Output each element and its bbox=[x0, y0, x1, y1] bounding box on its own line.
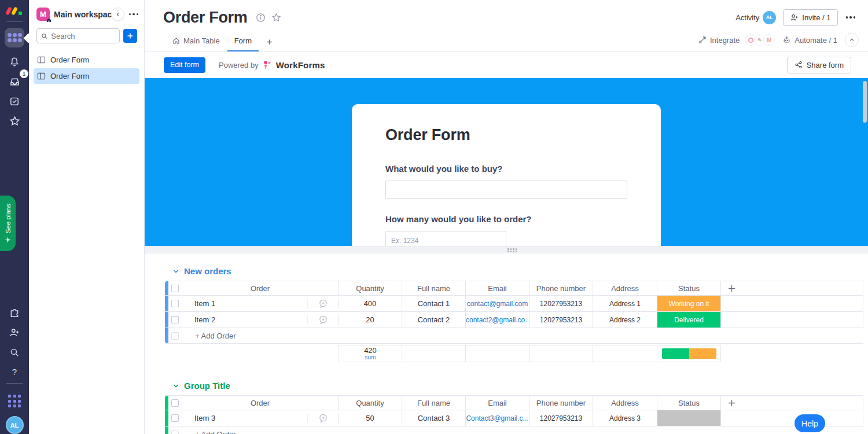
column-header-status[interactable]: Status bbox=[657, 281, 721, 295]
add-column-button[interactable] bbox=[721, 396, 863, 410]
favorites-star-icon[interactable] bbox=[5, 112, 24, 130]
invite-members-icon[interactable] bbox=[5, 324, 24, 341]
apps-marketplace-icon[interactable] bbox=[5, 304, 24, 322]
table-row[interactable]: Item 3 50 Contact 3 Contact3@gmail.c... … bbox=[165, 410, 863, 426]
add-view-button[interactable] bbox=[259, 39, 279, 52]
add-column-button[interactable] bbox=[721, 281, 863, 295]
tab-form[interactable]: Form bbox=[227, 36, 259, 52]
column-header-address[interactable]: Address bbox=[593, 396, 657, 410]
table-row[interactable]: Item 1 400 Contact 1 contact@gmail.com 1… bbox=[165, 296, 863, 312]
help-button[interactable]: Help bbox=[795, 414, 825, 432]
summary-cell bbox=[466, 345, 529, 362]
column-header-quantity[interactable]: Quantity bbox=[339, 281, 402, 295]
column-header-fullname[interactable]: Full name bbox=[402, 281, 466, 295]
share-form-button[interactable]: Share form bbox=[787, 57, 851, 73]
my-work-icon[interactable] bbox=[5, 93, 24, 110]
integration-icon-gmail[interactable]: M bbox=[763, 34, 775, 46]
row-checkbox[interactable] bbox=[171, 300, 179, 307]
group-header-group-title[interactable]: Group Title bbox=[172, 381, 868, 391]
email-link[interactable]: contact2@gmail.co... bbox=[466, 316, 529, 324]
column-header-status[interactable]: Status bbox=[657, 396, 721, 410]
chat-add-icon[interactable] bbox=[308, 299, 339, 308]
activity-avatar[interactable]: AL bbox=[763, 11, 776, 24]
global-search-icon[interactable] bbox=[5, 344, 24, 361]
info-icon[interactable] bbox=[256, 13, 266, 23]
item-name[interactable]: Item 2 bbox=[182, 315, 308, 324]
favorite-star-icon[interactable] bbox=[271, 13, 281, 23]
select-all-checkbox[interactable] bbox=[171, 399, 179, 407]
item-name[interactable]: Item 3 bbox=[182, 414, 308, 422]
left-sidebar: 1 See plans bbox=[0, 0, 29, 434]
add-order-row[interactable]: + Add Order bbox=[165, 328, 863, 344]
automate-button[interactable]: Automate / 1 bbox=[782, 36, 837, 45]
board-item[interactable]: Order Form bbox=[34, 52, 139, 68]
table-row[interactable]: Item 2 20 Contact 2 contact2@gmail.co...… bbox=[165, 312, 863, 328]
column-header-quantity[interactable]: Quantity bbox=[339, 396, 402, 410]
add-order-label[interactable]: + Add Order bbox=[182, 328, 863, 343]
answer-input-what[interactable] bbox=[385, 181, 627, 199]
column-header-order[interactable]: Order bbox=[182, 396, 339, 410]
search-box[interactable] bbox=[36, 28, 120, 43]
group-header-new-orders[interactable]: New orders bbox=[172, 266, 868, 276]
status-cell[interactable]: Working on it bbox=[657, 296, 720, 311]
phone-cell[interactable]: 12027953213 bbox=[529, 312, 593, 328]
address-cell[interactable]: Address 1 bbox=[593, 296, 657, 311]
monday-logo[interactable] bbox=[0, 5, 29, 17]
panel-resize-handle[interactable] bbox=[145, 246, 868, 253]
quantity-cell[interactable]: 50 bbox=[339, 410, 402, 426]
board-item-selected[interactable]: Order Form bbox=[34, 68, 139, 84]
status-cell[interactable] bbox=[657, 410, 720, 426]
tab-main-table[interactable]: Main Table bbox=[165, 36, 227, 52]
workspace-name[interactable]: Main workspace bbox=[54, 10, 116, 19]
address-cell[interactable]: Address 3 bbox=[593, 410, 657, 426]
column-header-email[interactable]: Email bbox=[466, 396, 529, 410]
chat-add-icon[interactable] bbox=[308, 413, 339, 423]
row-checkbox[interactable] bbox=[171, 414, 179, 422]
column-header-phone[interactable]: Phone number bbox=[529, 396, 593, 410]
row-checkbox[interactable] bbox=[171, 316, 179, 323]
invite-button[interactable]: Invite / 1 bbox=[783, 9, 837, 26]
activity-label[interactable]: Activity bbox=[735, 13, 759, 22]
column-header-fullname[interactable]: Full name bbox=[402, 396, 466, 410]
column-header-email[interactable]: Email bbox=[466, 281, 529, 295]
workspace-avatar[interactable]: M bbox=[36, 8, 50, 21]
add-order-label[interactable]: + Add Order bbox=[182, 426, 863, 434]
quantity-cell[interactable]: 20 bbox=[339, 312, 402, 328]
address-cell[interactable]: Address 2 bbox=[593, 312, 657, 328]
apps-grid-icon[interactable] bbox=[5, 392, 24, 410]
form-scrollbar[interactable] bbox=[863, 81, 867, 123]
notifications-bell-icon[interactable] bbox=[5, 53, 24, 71]
email-link[interactable]: contact@gmail.com bbox=[467, 300, 528, 308]
user-avatar[interactable]: AL bbox=[6, 416, 24, 434]
add-item-button[interactable] bbox=[123, 29, 137, 43]
column-header-order[interactable]: Order bbox=[182, 281, 339, 295]
phone-cell[interactable]: 12027953213 bbox=[529, 410, 593, 426]
help-icon[interactable]: ? bbox=[5, 363, 24, 380]
column-header-address[interactable]: Address bbox=[593, 281, 657, 295]
fullname-cell[interactable]: Contact 1 bbox=[402, 296, 466, 311]
select-all-checkbox[interactable] bbox=[171, 285, 179, 292]
quantity-cell[interactable]: 400 bbox=[339, 296, 402, 311]
status-distribution-bar[interactable] bbox=[662, 348, 716, 359]
fullname-cell[interactable]: Contact 2 bbox=[402, 312, 466, 328]
workspace-options-icon[interactable] bbox=[128, 10, 140, 19]
see-plans-button[interactable]: See plans bbox=[0, 196, 16, 251]
phone-cell[interactable]: 12027953213 bbox=[529, 296, 593, 311]
answer-input-quantity[interactable] bbox=[385, 231, 506, 246]
collapse-header-button[interactable] bbox=[845, 33, 859, 47]
product-switcher-icon[interactable] bbox=[5, 28, 24, 47]
collapse-panel-button[interactable] bbox=[111, 8, 124, 21]
sum-label[interactable]: sum bbox=[365, 355, 376, 361]
item-name[interactable]: Item 1 bbox=[182, 299, 308, 308]
integrate-button[interactable]: Integrate bbox=[698, 36, 740, 45]
fullname-cell[interactable]: Contact 3 bbox=[402, 410, 466, 426]
edit-form-button[interactable]: Edit form bbox=[164, 57, 205, 73]
search-input[interactable] bbox=[51, 32, 115, 41]
column-header-phone[interactable]: Phone number bbox=[529, 281, 593, 295]
header-more-icon[interactable] bbox=[845, 13, 857, 22]
inbox-icon[interactable]: 1 bbox=[5, 73, 24, 90]
chat-add-icon[interactable] bbox=[308, 315, 339, 325]
status-cell[interactable]: Delivered bbox=[657, 312, 720, 328]
email-link[interactable]: Contact3@gmail.c... bbox=[466, 414, 528, 422]
add-order-row[interactable]: + Add Order bbox=[165, 426, 863, 434]
